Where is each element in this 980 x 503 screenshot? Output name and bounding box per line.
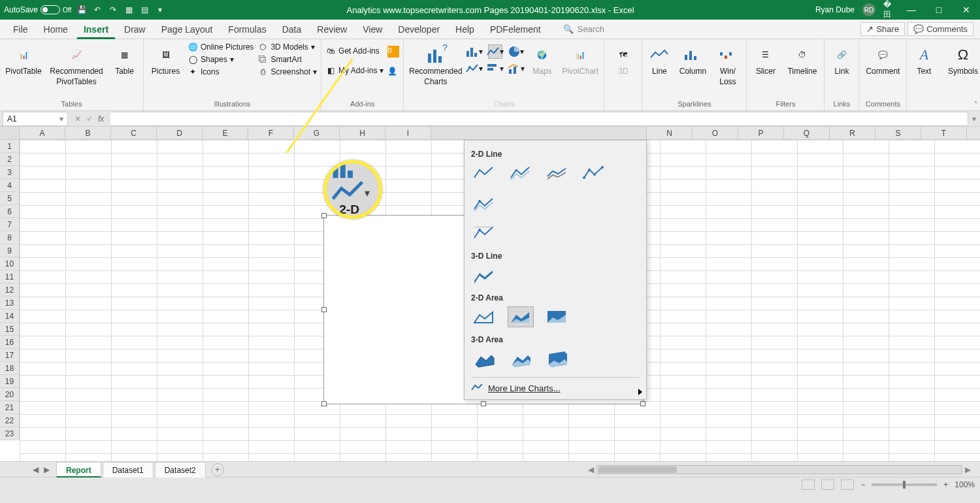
add-sheet-button[interactable]: + (211, 463, 224, 476)
col-header[interactable]: H (340, 127, 385, 139)
sheet-nav-prev-icon[interactable]: ◀ (33, 465, 39, 474)
share-button[interactable]: ↗ Share (860, 22, 905, 36)
name-box[interactable]: A1 ▾ (3, 112, 68, 126)
tab-insert[interactable]: Insert (77, 20, 115, 39)
link-button[interactable]: 🔗 Link (828, 42, 855, 76)
smartart-button[interactable]: ⿻SmartArt (257, 54, 317, 65)
area-option[interactable] (471, 306, 497, 327)
pivottable-button[interactable]: 📊 PivotTable (4, 42, 43, 76)
3d-stacked-area-option[interactable] (508, 348, 534, 369)
tab-draw[interactable]: Draw (118, 20, 152, 39)
combo-chart-button[interactable]: ▾ (509, 61, 523, 76)
shapes-button[interactable]: ◯Shapes▾ (188, 54, 253, 65)
col-header[interactable]: A (20, 127, 65, 139)
100-stacked-line-markers-option[interactable] (471, 223, 497, 244)
tab-help[interactable]: Help (449, 20, 481, 39)
formula-input[interactable] (110, 112, 968, 126)
slicer-button[interactable]: ☰ Slicer (751, 42, 780, 76)
search-box[interactable]: 🔍 Search (563, 24, 604, 34)
100-stacked-line-option[interactable] (544, 163, 570, 184)
zoom-slider[interactable] (872, 483, 937, 486)
user-avatar[interactable]: RD (862, 3, 875, 16)
row-header[interactable]: 5 (0, 192, 20, 205)
normal-view-icon[interactable] (802, 479, 815, 490)
line-chart-option[interactable] (471, 163, 497, 184)
3d-models-button[interactable]: ⬡3D Models▾ (257, 42, 317, 52)
qat-dropdown-icon[interactable]: ▾ (155, 5, 165, 15)
tab-page-layout[interactable]: Page Layout (155, 20, 220, 39)
line-chart-button[interactable]: ▾ (488, 44, 502, 59)
collapse-ribbon-icon[interactable]: ˄ (974, 101, 977, 108)
save-icon[interactable]: 💾 (76, 5, 87, 15)
page-layout-view-icon[interactable] (821, 479, 834, 490)
horizontal-scrollbar[interactable]: ◀ ▶ (224, 465, 980, 474)
qat-icon[interactable]: ▤ (139, 5, 150, 15)
zoom-in-icon[interactable]: + (943, 480, 948, 489)
tab-developer[interactable]: Developer (391, 20, 446, 39)
comments-button[interactable]: 💬 Comments (907, 22, 973, 36)
cancel-icon[interactable]: ✕ (74, 114, 81, 123)
row-header[interactable]: 2 (0, 153, 20, 166)
minimize-icon[interactable]: — (902, 0, 921, 20)
row-header[interactable]: 3 (0, 166, 20, 179)
col-header[interactable]: S (875, 127, 921, 139)
row-header[interactable]: 17 (0, 349, 20, 362)
sheet-nav-next-icon[interactable]: ▶ (44, 465, 50, 474)
zoom-level[interactable]: 100% (955, 480, 975, 489)
people-graph-icon[interactable]: 👤 (387, 67, 399, 76)
3d-map-button[interactable]: 🗺 3D (608, 42, 638, 76)
col-header[interactable]: R (830, 127, 875, 139)
expand-formula-icon[interactable]: ▾ (968, 114, 980, 123)
sparkline-column-button[interactable]: Column (676, 42, 709, 76)
page-break-view-icon[interactable] (841, 479, 854, 490)
more-line-charts-button[interactable]: More Line Charts... (471, 377, 640, 399)
timeline-button[interactable]: ⏱ Timeline (784, 42, 820, 76)
3d-line-option[interactable] (471, 265, 497, 285)
row-header[interactable]: 22 (0, 414, 20, 427)
recommended-charts-button[interactable]: ? Recommended Charts (408, 42, 463, 86)
col-header[interactable]: E (203, 127, 248, 139)
3d-area-option[interactable] (471, 348, 497, 369)
tab-pdfelement[interactable]: PDFelement (483, 20, 547, 39)
tab-review[interactable]: Review (310, 20, 353, 39)
recommended-pivot-button[interactable]: 📈 Recommended PivotTables (47, 42, 106, 86)
col-header[interactable]: N (647, 127, 693, 139)
col-header[interactable]: D (157, 127, 203, 139)
col-header[interactable]: Q (784, 127, 830, 139)
tab-data[interactable]: Data (276, 20, 308, 39)
enter-icon[interactable]: ✓ (86, 114, 93, 123)
line-markers-option[interactable] (581, 163, 607, 184)
hierarchy-chart-button[interactable]: ▾ (467, 61, 482, 76)
column-chart-button[interactable]: ▾ (467, 44, 482, 59)
fx-icon[interactable]: fx (98, 114, 104, 123)
sheet-tab-dataset2[interactable]: Dataset2 (155, 462, 206, 478)
stacked-area-option[interactable] (508, 306, 534, 327)
col-header[interactable]: B (65, 127, 111, 139)
online-pictures-button[interactable]: 🌐Online Pictures (188, 42, 253, 52)
icons-button[interactable]: ✦Icons (188, 67, 253, 77)
symbols-button[interactable]: Ω Symbols (945, 42, 980, 76)
bar-chart-button[interactable]: ▾ (488, 61, 502, 76)
qat-icon[interactable]: ▦ (123, 5, 134, 15)
stacked-line-markers-option[interactable] (471, 194, 497, 215)
maps-button[interactable]: 🌍 Maps (527, 42, 557, 76)
col-header[interactable]: F (248, 127, 294, 139)
pictures-button[interactable]: 🖼 Pictures (148, 42, 184, 76)
row-header[interactable]: 7 (0, 218, 20, 231)
pivotchart-button[interactable]: 📊 PivotChart (561, 42, 600, 76)
sheet-tab-report[interactable]: Report (56, 462, 101, 478)
tab-home[interactable]: Home (37, 20, 74, 39)
col-header[interactable]: T (921, 127, 967, 139)
row-header[interactable]: 21 (0, 401, 20, 414)
row-header[interactable]: 12 (0, 284, 20, 297)
row-header[interactable]: 1 (0, 140, 20, 153)
row-header[interactable]: 20 (0, 388, 20, 401)
close-icon[interactable]: ✕ (956, 0, 976, 20)
row-header[interactable]: 23 (0, 427, 20, 440)
3d-100-stacked-area-option[interactable] (544, 348, 570, 369)
undo-icon[interactable]: ↶ (92, 5, 103, 15)
row-header[interactable]: 14 (0, 310, 20, 323)
row-header[interactable]: 19 (0, 375, 20, 388)
worksheet-grid[interactable]: 1 2 3 4 5 6 7 8 9 10 11 12 13 14 15 16 1… (0, 140, 980, 461)
row-header[interactable]: 4 (0, 179, 20, 192)
